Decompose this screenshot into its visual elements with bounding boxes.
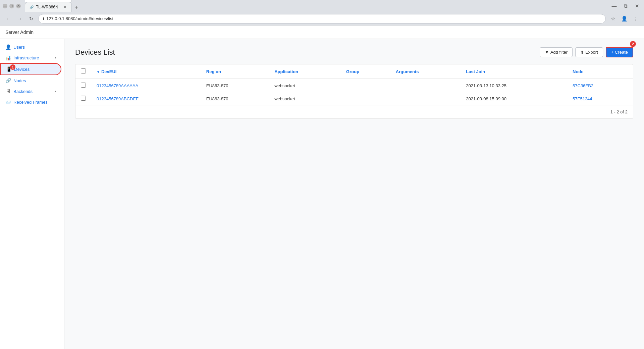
table-row: 0123456789ABCDEFEU863-870websocket2021-0…: [75, 92, 633, 105]
new-tab-button[interactable]: +: [72, 3, 81, 12]
row-0-group: [341, 79, 390, 92]
filter-icon: ▼: [545, 50, 549, 55]
export-button[interactable]: ⬆ Export: [575, 47, 603, 57]
sidebar-label-infrastructure: Infrastructure: [13, 55, 39, 60]
create-button[interactable]: + Create: [606, 47, 633, 57]
row-0-last_join: 2021-03-13 10:33:25: [461, 79, 567, 92]
sidebar: 👤 Users 📊 Infrastructure › 1 📱 Devices 🔗…: [0, 39, 64, 349]
sort-icon-deveui: ▼: [97, 70, 100, 74]
menu-icon[interactable]: ⋮: [631, 14, 640, 23]
sidebar-label-received-frames: Received Frames: [13, 100, 48, 105]
select-all-checkbox[interactable]: [81, 68, 86, 73]
minimize-button[interactable]: —: [3, 4, 7, 8]
tab-close-tab-tl-wr886n[interactable]: ✕: [62, 4, 67, 10]
sidebar-item-backends[interactable]: 🗄 Backends ›: [0, 86, 61, 97]
row-0-checkbox[interactable]: [81, 83, 86, 88]
pagination: 1 - 2 of 2: [75, 105, 633, 118]
page-title: Devices List: [75, 48, 115, 57]
row-1-deveui: 0123456789ABCDEF: [91, 92, 201, 105]
row-0-node-link[interactable]: 57C36FB2: [573, 83, 593, 88]
table-header-deveui[interactable]: ▼DevEUI: [91, 64, 201, 79]
export-icon: ⬆: [580, 50, 584, 55]
reload-button[interactable]: ↻: [27, 14, 36, 23]
row-1-checkbox[interactable]: [81, 96, 86, 101]
row-0-node: 57C36FB2: [567, 79, 633, 92]
browser-tab-bar: — □ ✕ ⚙ Server Admin ✕ 🔗 TL-WR886N ✕ + —…: [0, 0, 644, 12]
devices-table: ▼DevEUIRegionApplicationGroupArgumentsLa…: [75, 64, 633, 105]
sidebar-icon-received-frames: 📨: [5, 99, 11, 105]
row-1-application: websocket: [269, 92, 341, 105]
row-1-arguments: [390, 92, 461, 105]
table-header-group: Group: [341, 64, 390, 79]
table-header-node: Node: [567, 64, 633, 79]
chevron-icon-backends: ›: [55, 89, 56, 94]
app-body: 👤 Users 📊 Infrastructure › 1 📱 Devices 🔗…: [0, 39, 644, 349]
app-container: Server Admin 👤 Users 📊 Infrastructure › …: [0, 26, 644, 349]
sidebar-icon-infrastructure: 📊: [5, 55, 11, 60]
row-1-node: 57F51344: [567, 92, 633, 105]
window-controls: — □ ✕: [3, 4, 21, 8]
sidebar-badge-devices: 1: [10, 64, 15, 70]
chevron-icon-infrastructure: ›: [55, 55, 56, 60]
devices-table-container: ▼DevEUIRegionApplicationGroupArgumentsLa…: [75, 64, 633, 119]
back-button[interactable]: ←: [4, 14, 13, 23]
sidebar-item-nodes[interactable]: 🔗 Nodes: [0, 75, 61, 86]
url-text: 127.0.0.1:8080/admin#/devices/list: [46, 16, 113, 21]
sidebar-icon-backends: 🗄: [5, 89, 11, 94]
url-input[interactable]: ℹ 127.0.0.1:8080/admin#/devices/list: [38, 14, 606, 23]
close-icon[interactable]: ✕: [633, 2, 641, 10]
bookmark-icon[interactable]: ☆: [608, 14, 617, 23]
sidebar-item-users[interactable]: 👤 Users: [0, 42, 61, 52]
profile-icon[interactable]: 👤: [620, 14, 629, 23]
restore-icon[interactable]: ⧉: [621, 2, 630, 10]
tabs-container: ⚙ Server Admin ✕ 🔗 TL-WR886N ✕ +: [25, 0, 606, 12]
create-badge: 2: [630, 41, 636, 47]
sidebar-label-users: Users: [13, 45, 25, 50]
app-title: Server Admin: [5, 30, 34, 35]
row-1-group: [341, 92, 390, 105]
create-label: + Create: [611, 50, 628, 55]
page-header: Devices List 2 ▼ Add filter ⬆ Export + C…: [75, 47, 633, 57]
table-header-last_join: Last Join: [461, 64, 567, 79]
table-row: 0123456789AAAAAAEU863-870websocket2021-0…: [75, 79, 633, 92]
close-window-button[interactable]: ✕: [16, 4, 21, 8]
row-0-arguments: [390, 79, 461, 92]
sidebar-item-received-frames[interactable]: 📨 Received Frames: [0, 97, 61, 107]
address-bar: ← → ↻ ℹ 127.0.0.1:8080/admin#/devices/li…: [0, 12, 644, 26]
row-0-application: websocket: [269, 79, 341, 92]
row-1-node-link[interactable]: 57F51344: [573, 96, 592, 101]
row-0-deveui: 0123456789AAAAAA: [91, 79, 201, 92]
tab-tab-tl-wr886n[interactable]: 🔗 TL-WR886N ✕: [25, 2, 72, 12]
table-header-region: Region: [201, 64, 269, 79]
header-actions: 2 ▼ Add filter ⬆ Export + Create: [540, 47, 633, 57]
row-0-deveui-link[interactable]: 0123456789AAAAAA: [97, 83, 138, 88]
row-1-deveui-link[interactable]: 0123456789ABCDEF: [97, 96, 139, 101]
row-1-checkbox-cell: [75, 92, 91, 105]
add-filter-label: Add filter: [550, 50, 568, 55]
sidebar-label-nodes: Nodes: [13, 78, 26, 83]
sidebar-item-infrastructure[interactable]: 📊 Infrastructure ›: [0, 52, 61, 63]
row-1-region: EU863-870: [201, 92, 269, 105]
export-label: Export: [585, 50, 598, 55]
sidebar-label-devices: Devices: [14, 67, 30, 72]
minimize-icon[interactable]: —: [610, 2, 619, 10]
row-1-last_join: 2021-03-08 15:09:00: [461, 92, 567, 105]
add-filter-button[interactable]: ▼ Add filter: [540, 47, 573, 57]
browser-toolbar-right: — ⧉ ✕: [610, 2, 641, 10]
sidebar-item-devices[interactable]: 1 📱 Devices: [0, 63, 61, 75]
sidebar-label-backends: Backends: [13, 89, 33, 94]
table-header-arguments: Arguments: [390, 64, 461, 79]
main-content: Devices List 2 ▼ Add filter ⬆ Export + C…: [64, 39, 644, 349]
row-0-checkbox-cell: [75, 79, 91, 92]
row-0-region: EU863-870: [201, 79, 269, 92]
app-header: Server Admin: [0, 26, 644, 39]
sidebar-icon-users: 👤: [5, 44, 11, 50]
table-header-checkbox: [75, 64, 91, 79]
lock-icon: ℹ: [43, 16, 44, 21]
table-header-application: Application: [269, 64, 341, 79]
forward-button[interactable]: →: [15, 14, 24, 23]
tab-favicon-tab-tl-wr886n: 🔗: [29, 5, 34, 9]
sidebar-icon-nodes: 🔗: [5, 78, 11, 83]
tab-label-tab-tl-wr886n: TL-WR886N: [36, 5, 58, 9]
maximize-button[interactable]: □: [9, 4, 14, 8]
